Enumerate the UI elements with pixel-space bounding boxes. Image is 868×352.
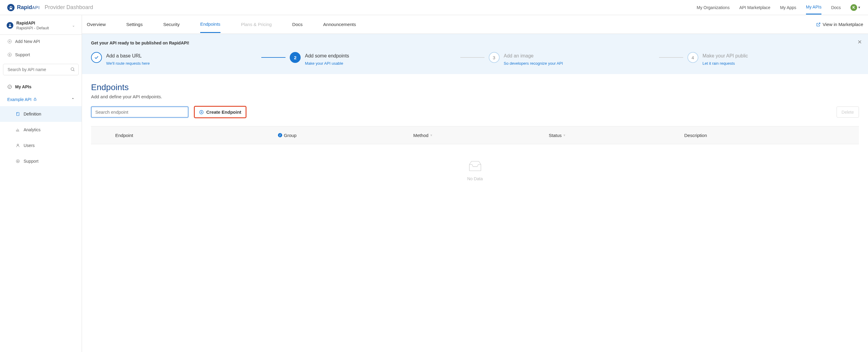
nav-my-organizations[interactable]: My Organizations [696, 1, 730, 14]
sidebar-sub-support[interactable]: Support [0, 153, 82, 169]
col-group[interactable]: i Group [278, 133, 413, 138]
check-icon [94, 55, 99, 60]
svg-point-5 [8, 53, 11, 57]
sub-label: Definition [24, 111, 41, 117]
check-circle-icon [7, 84, 12, 89]
col-status[interactable]: Status ▾ [549, 133, 684, 138]
add-new-api[interactable]: Add New API [0, 35, 82, 48]
step-sub[interactable]: So developers recognize your API [504, 61, 563, 66]
brand-text: RapidAPI [17, 4, 40, 10]
empty-text: No Data [91, 176, 859, 181]
nav-my-apps[interactable]: My Apps [780, 1, 796, 14]
svg-point-9 [8, 85, 11, 89]
chevron-up-icon: ⌃ [71, 97, 74, 102]
document-icon [16, 112, 20, 116]
chevron-down-icon: ▼ [858, 6, 861, 9]
user-icon [16, 143, 20, 148]
brand-block[interactable]: RapidAPI Provider Dashboard [7, 4, 93, 11]
api-name: Example API [7, 97, 31, 102]
svg-rect-10 [34, 99, 36, 101]
step-circle-current: 2 [290, 52, 301, 63]
step-connector [659, 57, 683, 58]
col-method[interactable]: Method ▾ [413, 133, 549, 138]
svg-line-20 [818, 23, 820, 25]
step-title: Add some endpoints [305, 53, 349, 59]
close-icon[interactable]: ✕ [858, 39, 862, 45]
filter-icon[interactable]: ▾ [563, 133, 565, 137]
tab-plans-pricing[interactable]: Plans & Pricing [241, 16, 272, 32]
nav-docs[interactable]: Docs [831, 1, 841, 14]
col-endpoint[interactable]: Endpoint [103, 133, 278, 138]
tab-announcements[interactable]: Announcements [323, 16, 356, 32]
create-label: Create Endpoint [206, 109, 241, 115]
svg-marker-19 [17, 161, 19, 162]
dashboard-title: Provider Dashboard [45, 4, 93, 10]
external-link-icon [816, 22, 821, 27]
step-sub[interactable]: We'll route requests here [106, 61, 150, 66]
add-api-label: Add New API [15, 39, 40, 44]
compass-icon [16, 159, 20, 163]
user-menu[interactable]: K ▼ [850, 4, 861, 11]
svg-point-1 [9, 24, 10, 25]
step-title: Add an image [504, 53, 563, 59]
step-connector [460, 57, 485, 58]
chevron-down-icon: ⌄ [72, 23, 75, 28]
sidebar: RapidAPI RapidAPI - Default ⌄ Add New AP… [0, 15, 82, 352]
step-2: 2 Add some endpoints Make your API usabl… [290, 52, 461, 66]
top-nav-right: My Organizations API Marketplace My Apps… [696, 0, 861, 14]
endpoints-subtitle: Add and define your API endpoints. [91, 94, 859, 99]
plus-circle-icon [7, 39, 12, 44]
search-icon [70, 67, 75, 73]
endpoint-search-input[interactable] [91, 106, 188, 118]
org-selector[interactable]: RapidAPI RapidAPI - Default ⌄ [0, 19, 82, 35]
step-circle: 3 [489, 52, 500, 63]
sub-label: Support [24, 159, 38, 164]
chart-icon [16, 128, 20, 132]
tab-settings[interactable]: Settings [126, 16, 143, 32]
delete-button[interactable]: Delete [837, 106, 859, 118]
nav-api-marketplace[interactable]: API Marketplace [739, 1, 770, 14]
banner-heading: Get your API ready to be published on Ra… [91, 40, 859, 45]
step-sub[interactable]: Let it rain requests [703, 61, 748, 66]
tab-endpoints[interactable]: Endpoints [200, 16, 220, 33]
endpoints-section: Endpoints Add and define your API endpoi… [82, 74, 868, 193]
step-title: Make your API public [703, 53, 748, 59]
endpoints-title: Endpoints [91, 83, 859, 92]
sub-label: Analytics [24, 127, 40, 132]
svg-point-0 [10, 6, 12, 7]
step-4: 4 Make your API public Let it rain reque… [687, 52, 859, 66]
tab-overview[interactable]: Overview [87, 16, 106, 32]
org-title: RapidAPI [16, 21, 49, 26]
nav-my-apis[interactable]: My APIs [806, 0, 822, 14]
main-content: Overview Settings Security Endpoints Pla… [82, 15, 868, 352]
step-1: Add a base URL We'll route requests here [91, 52, 262, 66]
svg-point-7 [71, 68, 74, 70]
sidebar-sub-analytics[interactable]: Analytics [0, 122, 82, 137]
filter-icon[interactable]: ▾ [430, 133, 432, 137]
sidebar-support-top[interactable]: Support [0, 48, 82, 61]
my-apis-section: My APIs [0, 81, 82, 93]
org-icon [7, 22, 13, 29]
table-header: Endpoint i Group Method ▾ Status ▾ Descr… [91, 126, 859, 144]
sidebar-search-input[interactable] [3, 64, 79, 75]
view-in-marketplace[interactable]: View in Marketplace [816, 22, 863, 27]
getting-started-banner: Get your API ready to be published on Ra… [82, 34, 868, 74]
info-icon: i [278, 133, 282, 137]
api-tree-item[interactable]: Example API ⌃ [0, 93, 82, 106]
my-apis-label: My APIs [15, 84, 31, 89]
sidebar-sub-definition[interactable]: Definition [0, 106, 82, 122]
logo-icon [7, 4, 14, 11]
avatar: K [850, 4, 857, 11]
tab-security[interactable]: Security [163, 16, 180, 32]
sidebar-sub-users[interactable]: Users [0, 137, 82, 153]
create-endpoint-button[interactable]: Create Endpoint [194, 106, 247, 118]
step-sub[interactable]: Make your API usable [305, 61, 349, 66]
col-description[interactable]: Description [684, 133, 847, 138]
support-label: Support [15, 52, 30, 57]
view-mkt-label: View in Marketplace [823, 22, 863, 27]
svg-marker-6 [9, 54, 10, 56]
step-circle: 4 [687, 52, 698, 63]
plus-circle-icon [199, 110, 204, 115]
inbox-icon [467, 159, 483, 173]
tab-docs[interactable]: Docs [292, 16, 303, 32]
